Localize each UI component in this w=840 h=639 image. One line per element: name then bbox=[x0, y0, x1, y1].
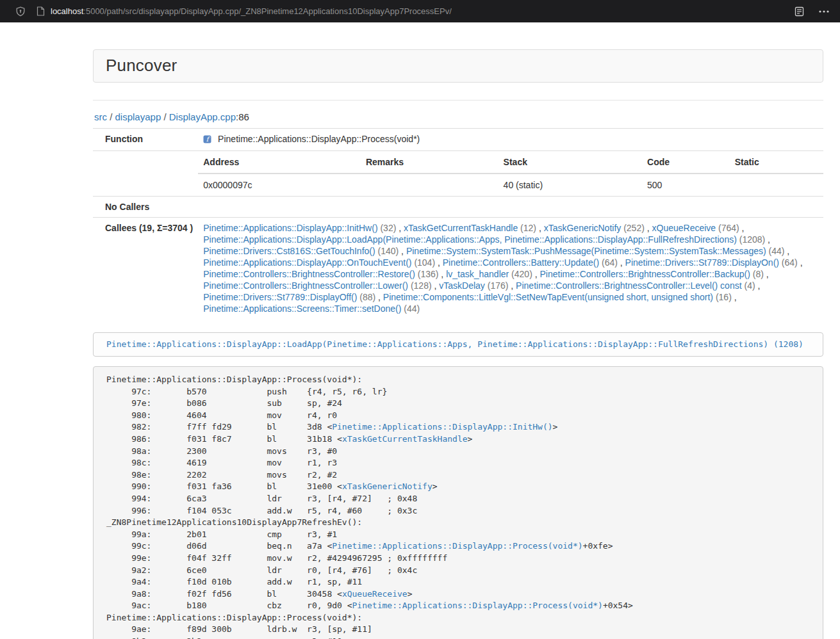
breadcrumb-separator: / bbox=[161, 111, 169, 122]
callee-link[interactable]: Pinetime::Components::LittleVgl::SetNewT… bbox=[383, 292, 713, 302]
code-symbol-link[interactable]: Pinetime::Applications::DisplayApp::Init… bbox=[332, 422, 552, 432]
code-symbol-link[interactable]: xTaskGenericNotify bbox=[342, 481, 432, 491]
breadcrumb-line-number: :86 bbox=[236, 111, 249, 122]
callee-count: (764) bbox=[716, 223, 739, 233]
callee-count: (252) bbox=[621, 223, 645, 233]
url-host: localhost bbox=[51, 6, 83, 16]
callee-link[interactable]: xQueueReceive bbox=[652, 223, 716, 233]
url-bar[interactable]: localhost:5000/path/src/displayapp/Displ… bbox=[37, 6, 795, 16]
callee-link[interactable]: Pinetime::Drivers::Cst816S::GetTouchInfo… bbox=[203, 246, 375, 256]
stack-value: 40 (static) bbox=[498, 174, 642, 196]
callee-count: (12) bbox=[518, 223, 536, 233]
no-callers-label: No Callers bbox=[93, 197, 198, 218]
callee-count: (64) bbox=[779, 257, 798, 268]
col-header-static: Static bbox=[730, 151, 823, 174]
reader-mode-icon[interactable] bbox=[795, 6, 804, 17]
callee-count: (8) bbox=[750, 269, 764, 279]
callees-list: Pinetime::Applications::DisplayApp::Init… bbox=[198, 218, 823, 320]
stats-table: Address Remarks Stack Code Static 0x0000… bbox=[198, 151, 823, 196]
page-title: Puncover bbox=[106, 56, 811, 76]
callee-link[interactable]: Pinetime::Controllers::BrightnessControl… bbox=[203, 280, 408, 291]
callee-count: (64) bbox=[599, 257, 618, 268]
breadcrumb-link[interactable]: DisplayApp.cpp bbox=[169, 111, 236, 122]
symbol-table: Function f Pinetime::Applications::Displ… bbox=[93, 128, 823, 319]
col-header-address: Address bbox=[198, 151, 361, 174]
no-callers-row: No Callers bbox=[93, 197, 823, 218]
col-header-code: Code bbox=[642, 151, 730, 174]
function-label: Function bbox=[93, 129, 198, 151]
code-symbol-link[interactable]: xTaskGetCurrentTaskHandle bbox=[342, 434, 468, 444]
breadcrumb: src / displayapp / DisplayApp.cpp:86 bbox=[94, 111, 823, 122]
overflow-menu-icon[interactable] bbox=[818, 6, 830, 17]
col-header-remarks: Remarks bbox=[361, 151, 498, 174]
callee-link[interactable]: Pinetime::Controllers::BrightnessControl… bbox=[516, 280, 741, 291]
breadcrumb-separator: / bbox=[107, 111, 115, 122]
callee-count: (44) bbox=[401, 303, 420, 314]
static-value bbox=[730, 174, 823, 196]
callee-count: (1208) bbox=[737, 234, 765, 245]
code-symbol-link[interactable]: xQueueReceive bbox=[342, 589, 408, 599]
breadcrumb-link[interactable]: displayapp bbox=[115, 111, 161, 122]
callee-link[interactable]: lv_task_handler bbox=[446, 269, 509, 279]
app-title-panel: Puncover bbox=[93, 49, 823, 83]
url-path: :5000/path/src/displayapp/DisplayApp.cpp… bbox=[83, 6, 452, 16]
callee-link[interactable]: Pinetime::Controllers::BrightnessControl… bbox=[539, 269, 750, 279]
callee-link[interactable]: xTaskGenericNotify bbox=[544, 223, 622, 233]
code-value: 500 bbox=[642, 174, 730, 196]
callee-count: (44) bbox=[766, 246, 785, 256]
stats-row-container: Address Remarks Stack Code Static 0x0000… bbox=[93, 151, 823, 197]
callee-link[interactable]: xTaskGetCurrentTaskHandle bbox=[404, 223, 518, 233]
highlighted-symbol-link[interactable]: Pinetime::Applications::DisplayApp::Load… bbox=[106, 339, 803, 349]
code-symbol-link[interactable]: Pinetime::Applications::DisplayApp::Proc… bbox=[352, 601, 603, 610]
callee-count: (420) bbox=[509, 269, 532, 279]
code-symbol-link[interactable]: Pinetime::Applications::DisplayApp::Proc… bbox=[332, 541, 582, 551]
page-icon bbox=[37, 6, 45, 16]
highlighted-symbol-count: (1208) bbox=[773, 339, 803, 349]
shield-icon[interactable] bbox=[15, 6, 26, 17]
callee-link[interactable]: Pinetime::Applications::DisplayApp::Init… bbox=[203, 223, 377, 233]
remarks-value bbox=[361, 174, 498, 196]
callee-count: (4) bbox=[742, 280, 755, 291]
callees-row: Callees (19, Σ=3704 ) Pinetime::Applicat… bbox=[93, 218, 823, 320]
function-symbol-icon: f bbox=[203, 135, 214, 145]
function-name: Pinetime::Applications::DisplayApp::Proc… bbox=[218, 134, 420, 144]
browser-topbar: localhost:5000/path/src/displayapp/Displ… bbox=[0, 0, 840, 22]
highlighted-symbol-box: Pinetime::Applications::DisplayApp::Load… bbox=[93, 332, 823, 357]
callee-link[interactable]: vTaskDelay bbox=[439, 280, 485, 291]
callees-label: Callees (19, Σ=3704 ) bbox=[93, 218, 198, 320]
callee-link[interactable]: Pinetime::Drivers::St7789::DisplayOn() bbox=[625, 257, 779, 268]
callee-count: (104) bbox=[412, 257, 436, 268]
callee-link[interactable]: Pinetime::Controllers::Battery::Update() bbox=[443, 257, 599, 268]
callee-count: (16) bbox=[713, 292, 732, 302]
divider bbox=[93, 100, 823, 101]
callee-link[interactable]: Pinetime::Controllers::BrightnessControl… bbox=[203, 269, 415, 279]
address-value: 0x0000097c bbox=[198, 174, 361, 196]
highlighted-symbol-name: Pinetime::Applications::DisplayApp::Load… bbox=[106, 339, 768, 349]
url-text: localhost:5000/path/src/displayapp/Displ… bbox=[51, 6, 452, 16]
callee-count: (140) bbox=[375, 246, 399, 256]
topbar-actions bbox=[795, 6, 831, 17]
callee-link[interactable]: Pinetime::System::SystemTask::PushMessag… bbox=[406, 246, 766, 256]
callee-link[interactable]: Pinetime::Applications::Screens::Timer::… bbox=[203, 303, 401, 314]
disassembly: Pinetime::Applications::DisplayApp::Proc… bbox=[93, 366, 823, 639]
callee-link[interactable]: Pinetime::Applications::DisplayApp::OnTo… bbox=[203, 257, 411, 268]
col-header-stack: Stack bbox=[498, 151, 642, 174]
callee-count: (88) bbox=[357, 292, 375, 302]
callee-link[interactable]: Pinetime::Applications::DisplayApp::Load… bbox=[203, 234, 737, 245]
callee-count: (176) bbox=[485, 280, 509, 291]
callee-link[interactable]: Pinetime::Drivers::St7789::DisplayOff() bbox=[203, 292, 357, 302]
callee-count: (136) bbox=[415, 269, 439, 279]
stats-values-row: 0x0000097c 40 (static) 500 bbox=[198, 174, 823, 196]
page-container: Puncover src / displayapp / DisplayApp.c… bbox=[93, 49, 823, 639]
function-row: Function f Pinetime::Applications::Displ… bbox=[93, 129, 823, 151]
callee-count: (128) bbox=[408, 280, 432, 291]
breadcrumb-link[interactable]: src bbox=[94, 111, 107, 122]
callee-count: (32) bbox=[378, 223, 397, 233]
